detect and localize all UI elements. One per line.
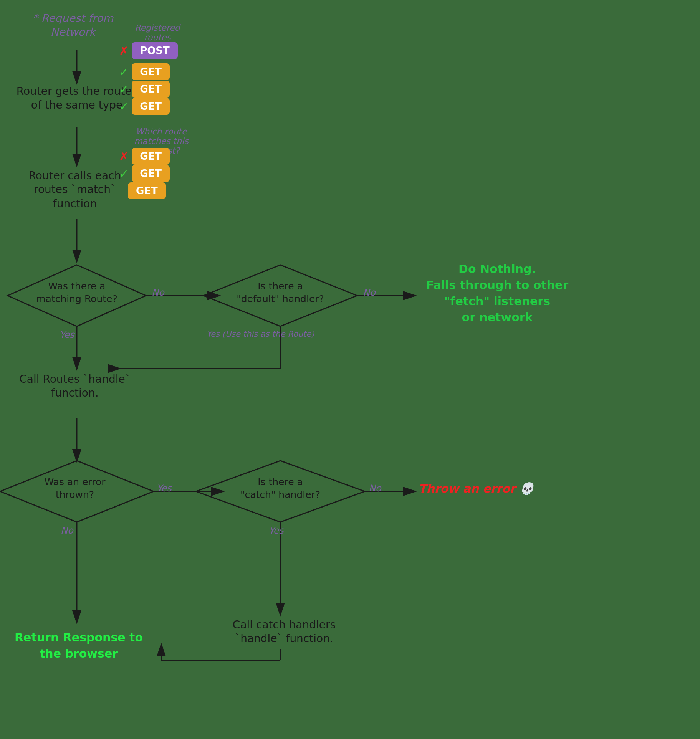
request-from-network-label: * Request from Network (19, 12, 127, 40)
no-label-diamond1: No (152, 287, 164, 298)
get-badge-row-1: ✓ GET (119, 63, 170, 80)
match-get-badge-1: GET (132, 148, 170, 165)
return-response-label: Return Response tothe browser (12, 630, 146, 662)
get-badge-row-2: ✓ GET (119, 81, 170, 98)
cross-icon-post: ✗ (119, 44, 129, 58)
get-badge-1: GET (132, 63, 170, 80)
is-catch-handler-label: Is there a"catch" handler? (215, 476, 346, 501)
check-icon-3: ✓ (119, 100, 129, 113)
yes-label-diamond3: Yes (157, 483, 172, 494)
is-default-handler-label: Is there a"default" handler? (219, 280, 342, 305)
yes-label-diamond4: Yes (269, 525, 284, 536)
post-badge: POST (132, 42, 178, 59)
registered-routes-label: Registeredroutes (127, 23, 188, 42)
get-badge-2: GET (132, 81, 170, 98)
match-get-badge-row-1: ✗ GET (119, 148, 170, 165)
check-icon-1: ✓ (119, 65, 129, 79)
get-badge-3: GET (132, 98, 170, 115)
no-label-diamond3: No (61, 525, 73, 536)
cross-icon-match: ✗ (119, 150, 129, 163)
was-error-thrown-label: Was an errorthrown? (15, 476, 134, 501)
throw-error-label: Throw an error 💀 (419, 482, 534, 495)
check-icon-2: ✓ (119, 83, 129, 96)
router-calls-match-label: Router calls eachroutes `match`function (15, 169, 134, 211)
flowchart-container: * Request from Network Router gets the r… (0, 0, 700, 739)
yes-label-diamond1: Yes (60, 329, 74, 340)
yes-use-route-label: Yes (Use this as the Route) (207, 329, 314, 339)
call-catch-handler-label: Call catch handlers`handle` function. (219, 618, 349, 646)
no-label-diamond4: No (369, 483, 381, 494)
match-get-badge-2: GET (132, 165, 170, 182)
call-routes-handle-label: Call Routes `handle`function. (15, 372, 134, 400)
no-label-diamond2: No (363, 287, 376, 298)
post-badge-row: ✗ POST (119, 42, 178, 59)
do-nothing-label: Do Nothing.Falls through to other"fetch"… (420, 261, 574, 326)
get-badge-row-3: ✓ GET (119, 98, 170, 115)
was-matching-route-label: Was there amatching Route? (23, 280, 131, 305)
